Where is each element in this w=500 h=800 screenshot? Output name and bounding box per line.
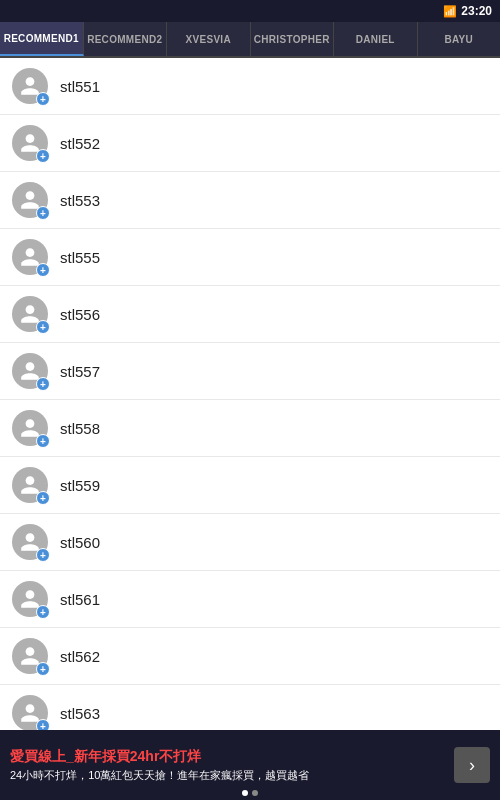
list-item[interactable]: +stl561 [0, 571, 500, 628]
add-badge-icon: + [36, 434, 50, 448]
add-badge-icon: + [36, 548, 50, 562]
ad-subtitle: 24小時不打烊，10萬紅包天天搶！進年在家瘋採買，越買越省 [10, 768, 450, 783]
add-badge-icon: + [36, 605, 50, 619]
item-label: stl552 [60, 135, 100, 152]
list-item[interactable]: +stl558 [0, 400, 500, 457]
avatar: + [12, 68, 48, 104]
status-bar: 📶 23:20 [0, 0, 500, 22]
list-item[interactable]: +stl552 [0, 115, 500, 172]
user-list: +stl551 +stl552 +stl553 +stl555 +stl556 … [0, 58, 500, 730]
item-label: stl555 [60, 249, 100, 266]
list-item[interactable]: +stl553 [0, 172, 500, 229]
avatar: + [12, 125, 48, 161]
avatar: + [12, 353, 48, 389]
add-badge-icon: + [36, 206, 50, 220]
item-label: stl556 [60, 306, 100, 323]
avatar: + [12, 296, 48, 332]
list-item[interactable]: +stl559 [0, 457, 500, 514]
add-badge-icon: + [36, 263, 50, 277]
ad-dots [242, 790, 258, 796]
add-badge-icon: + [36, 719, 50, 730]
list-item[interactable]: +stl557 [0, 343, 500, 400]
list-item[interactable]: +stl562 [0, 628, 500, 685]
avatar: + [12, 524, 48, 560]
item-label: stl553 [60, 192, 100, 209]
ad-arrow-button[interactable]: › [454, 747, 490, 783]
tab-christopher[interactable]: CHRISTOPHER [251, 22, 335, 56]
item-label: stl561 [60, 591, 100, 608]
item-label: stl559 [60, 477, 100, 494]
tab-recommend1[interactable]: RECOMMEND1 [0, 22, 84, 56]
tab-recommend2[interactable]: RECOMMEND2 [84, 22, 168, 56]
add-badge-icon: + [36, 149, 50, 163]
avatar: + [12, 695, 48, 730]
item-label: stl563 [60, 705, 100, 722]
add-badge-icon: + [36, 662, 50, 676]
tab-bayu[interactable]: BAYU [418, 22, 501, 56]
time-display: 23:20 [461, 4, 492, 18]
avatar: + [12, 581, 48, 617]
avatar: + [12, 182, 48, 218]
add-badge-icon: + [36, 377, 50, 391]
tab-xvesvia[interactable]: XVESVIA [167, 22, 251, 56]
list-item[interactable]: +stl563 [0, 685, 500, 730]
tab-bar: RECOMMEND1RECOMMEND2XVESVIACHRISTOPHERDA… [0, 22, 500, 58]
item-label: stl558 [60, 420, 100, 437]
item-label: stl557 [60, 363, 100, 380]
add-badge-icon: + [36, 491, 50, 505]
avatar: + [12, 410, 48, 446]
add-badge-icon: + [36, 320, 50, 334]
status-icons: 📶 23:20 [443, 4, 492, 18]
avatar: + [12, 467, 48, 503]
list-item[interactable]: +stl555 [0, 229, 500, 286]
ad-title: 愛買線上_新年採買24hr不打烊 [10, 748, 450, 766]
add-badge-icon: + [36, 92, 50, 106]
item-label: stl551 [60, 78, 100, 95]
ad-dot-0 [242, 790, 248, 796]
avatar: + [12, 638, 48, 674]
list-item[interactable]: +stl560 [0, 514, 500, 571]
avatar: + [12, 239, 48, 275]
ad-banner: 愛買線上_新年採買24hr不打烊 24小時不打烊，10萬紅包天天搶！進年在家瘋採… [0, 730, 500, 800]
list-item[interactable]: +stl551 [0, 58, 500, 115]
item-label: stl562 [60, 648, 100, 665]
ad-dot-1 [252, 790, 258, 796]
list-item[interactable]: +stl556 [0, 286, 500, 343]
item-label: stl560 [60, 534, 100, 551]
wifi-icon: 📶 [443, 5, 457, 18]
tab-daniel[interactable]: DANIEL [334, 22, 418, 56]
